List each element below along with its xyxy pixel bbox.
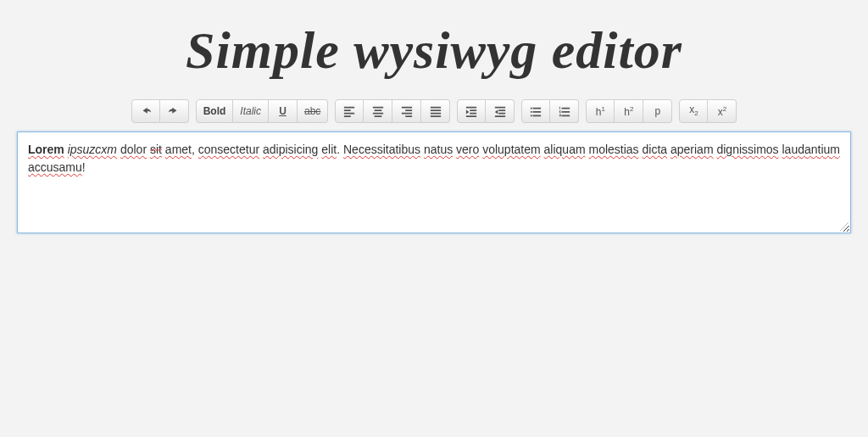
align-left-icon bbox=[343, 105, 355, 117]
editor-word[interactable]: aliquam bbox=[544, 143, 586, 156]
editor-content-area[interactable]: Lorem ipsuzcxm dolor sit amet, consectet… bbox=[17, 132, 851, 233]
toolbar-group bbox=[457, 99, 515, 123]
align-right-icon bbox=[401, 105, 413, 117]
editor-word[interactable]: dicta bbox=[643, 143, 668, 156]
editor-word[interactable]: adipisicing bbox=[263, 143, 318, 156]
redo-icon bbox=[168, 105, 180, 117]
outdent-icon bbox=[494, 105, 506, 117]
subscript-button[interactable]: x2 bbox=[679, 99, 708, 123]
editor-word[interactable]: sit bbox=[150, 143, 162, 156]
button-label: x2 bbox=[718, 106, 726, 117]
strikethrough-button[interactable]: abc bbox=[298, 99, 328, 123]
italic-button[interactable]: Italic bbox=[233, 99, 269, 123]
button-label: h1 bbox=[596, 106, 605, 117]
superscript-button[interactable]: x2 bbox=[708, 99, 737, 123]
editor-paragraph[interactable]: Lorem ipsuzcxm dolor sit amet, consectet… bbox=[28, 141, 840, 176]
ordered-list-button[interactable] bbox=[550, 99, 579, 123]
align-justify-icon bbox=[430, 105, 442, 117]
editor-word[interactable]: accusamu bbox=[28, 160, 82, 174]
bold-button[interactable]: Bold bbox=[196, 99, 234, 123]
toolbar-group bbox=[521, 99, 579, 123]
editor-word[interactable]: aperiam bbox=[670, 143, 714, 156]
button-label: abc bbox=[304, 106, 320, 116]
underline-button[interactable]: U bbox=[269, 99, 298, 123]
editor-toolbar: BoldItalicUabch1h2px2x2 bbox=[131, 99, 737, 123]
undo-icon bbox=[140, 105, 152, 117]
button-label: Bold bbox=[203, 106, 226, 116]
paragraph-button[interactable]: p bbox=[643, 99, 672, 123]
redo-button[interactable] bbox=[160, 99, 189, 123]
list-ul-icon bbox=[530, 105, 542, 117]
heading1-button[interactable]: h1 bbox=[586, 99, 615, 123]
editor-word[interactable]: elit bbox=[321, 143, 337, 156]
undo-button[interactable] bbox=[131, 99, 160, 123]
editor-word[interactable]: voluptatem bbox=[482, 143, 540, 156]
editor-word[interactable]: consectetur bbox=[198, 143, 259, 156]
align-center-icon bbox=[372, 105, 384, 117]
toolbar-group: x2x2 bbox=[679, 99, 737, 123]
list-ol-icon bbox=[559, 105, 570, 117]
editor-word[interactable]: laudantium bbox=[782, 143, 841, 156]
toolbar-group: BoldItalicUabc bbox=[196, 99, 329, 123]
toolbar-group bbox=[335, 99, 450, 123]
editor-word[interactable]: vero bbox=[456, 143, 479, 156]
editor-word[interactable]: natus bbox=[424, 143, 453, 156]
button-label: p bbox=[655, 106, 661, 116]
align-justify-button[interactable] bbox=[421, 99, 450, 123]
align-right-button[interactable] bbox=[392, 99, 421, 123]
indent-button[interactable] bbox=[457, 99, 486, 123]
toolbar-group bbox=[131, 99, 189, 123]
unordered-list-button[interactable] bbox=[521, 99, 550, 123]
align-left-button[interactable] bbox=[335, 99, 364, 123]
indent-icon bbox=[465, 105, 477, 117]
align-center-button[interactable] bbox=[364, 99, 392, 123]
resize-grip-icon[interactable] bbox=[840, 222, 849, 231]
outdent-button[interactable] bbox=[486, 99, 515, 123]
page-title: Simple wysiwyg editor bbox=[186, 20, 682, 81]
button-label: Italic bbox=[240, 106, 261, 116]
heading2-button[interactable]: h2 bbox=[615, 99, 643, 123]
button-label: x2 bbox=[689, 104, 698, 117]
editor-word[interactable]: Lorem bbox=[28, 143, 64, 156]
editor-word[interactable]: dignissimos bbox=[716, 143, 778, 156]
toolbar-group: h1h2p bbox=[586, 99, 672, 123]
editor-word[interactable]: Necessitatibus bbox=[343, 143, 420, 156]
editor-word[interactable]: ipsuzcxm bbox=[68, 143, 117, 156]
button-label: U bbox=[279, 106, 287, 116]
editor-word[interactable]: amet bbox=[165, 143, 192, 156]
editor-word[interactable]: dolor bbox=[120, 143, 147, 156]
editor-word[interactable]: molestias bbox=[588, 143, 638, 156]
button-label: h2 bbox=[624, 106, 633, 117]
